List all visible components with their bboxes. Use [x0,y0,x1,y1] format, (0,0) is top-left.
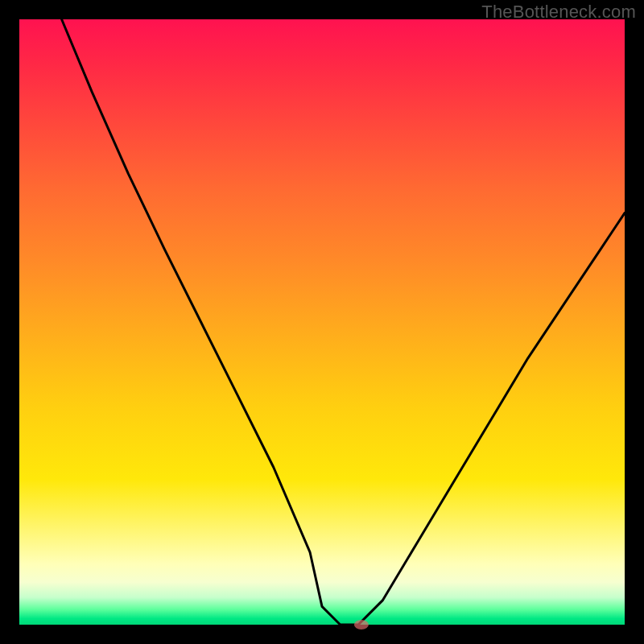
bottleneck-curve [62,19,625,625]
plot-area [19,19,625,625]
chart-container: TheBottleneck.com [0,0,644,644]
optimal-point-marker [354,620,369,630]
curve-layer [19,19,625,625]
watermark-text: TheBottleneck.com [481,2,636,23]
